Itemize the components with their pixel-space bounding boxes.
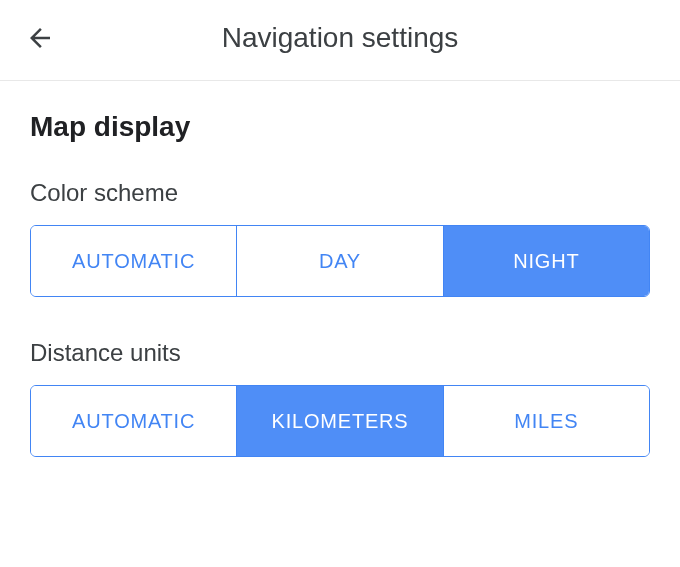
content: Map display Color scheme AUTOMATIC DAY N… [0,81,680,457]
distance-units-miles[interactable]: MILES [444,386,649,456]
section-heading: Map display [30,111,650,143]
header: Navigation settings [0,0,680,81]
color-scheme-label: Color scheme [30,179,650,207]
color-scheme-day[interactable]: DAY [237,226,443,296]
distance-units-control: AUTOMATIC KILOMETERS MILES [30,385,650,457]
color-scheme-control: AUTOMATIC DAY NIGHT [30,225,650,297]
page-title: Navigation settings [20,22,660,54]
distance-units-label: Distance units [30,339,650,367]
color-scheme-automatic[interactable]: AUTOMATIC [31,226,237,296]
distance-units-kilometers[interactable]: KILOMETERS [237,386,443,456]
distance-units-automatic[interactable]: AUTOMATIC [31,386,237,456]
color-scheme-night[interactable]: NIGHT [444,226,649,296]
